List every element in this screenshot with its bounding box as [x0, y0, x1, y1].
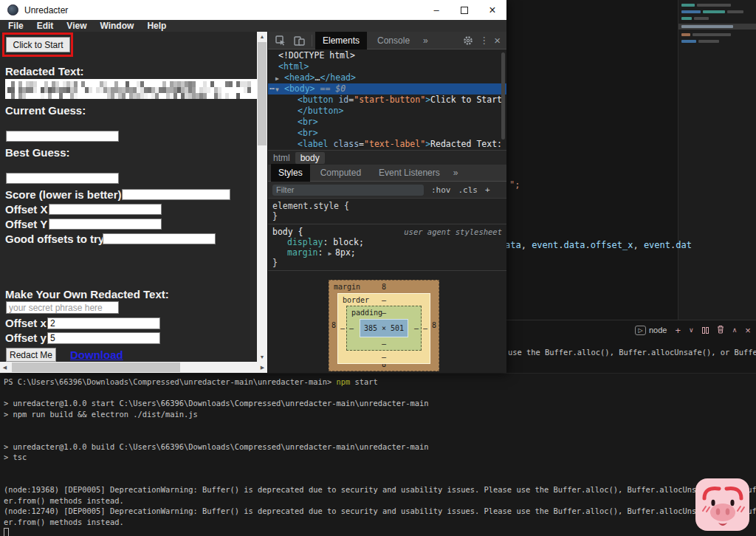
- new-style-rule-button[interactable]: +: [485, 185, 490, 195]
- panel-close-icon[interactable]: ×: [745, 326, 751, 335]
- body-style-rule[interactable]: body { user agent stylesheet display: bl…: [268, 224, 506, 271]
- class-toggle[interactable]: .cls: [458, 185, 478, 195]
- scroll-up-icon[interactable]: ▲: [257, 32, 267, 41]
- padding-top-value[interactable]: –: [347, 308, 421, 318]
- devtools-scrollbar[interactable]: [501, 52, 505, 140]
- title-bar[interactable]: Unredacter – ×: [0, 0, 506, 20]
- border-left-value[interactable]: –: [340, 323, 345, 334]
- pseudo-state-toggle[interactable]: :hov: [431, 185, 451, 195]
- download-link[interactable]: Download: [70, 348, 123, 361]
- horizontal-scrollbar[interactable]: ◀ ▶: [0, 362, 267, 373]
- more-menu-icon[interactable]: ⋮: [479, 35, 489, 46]
- menu-edit[interactable]: Edit: [30, 21, 61, 31]
- css-property[interactable]: margin: ▶ 8px;: [272, 247, 502, 258]
- menu-file[interactable]: File: [1, 21, 30, 31]
- good-offsets-input[interactable]: [103, 233, 216, 244]
- margin-right-value[interactable]: 8: [432, 320, 436, 331]
- menu-window[interactable]: Window: [93, 21, 140, 31]
- border-bottom-value[interactable]: –: [338, 352, 430, 363]
- box-model-content[interactable]: 385 × 501: [360, 319, 408, 337]
- expand-arrow-icon[interactable]: ▶: [275, 73, 279, 84]
- terminal-tab[interactable]: ▷ node: [635, 326, 667, 335]
- terminal-line: [4, 388, 756, 399]
- margin-left-value[interactable]: 8: [331, 320, 336, 331]
- own-offset-x-label: Offset x: [5, 317, 47, 329]
- border-right-value[interactable]: –: [423, 323, 427, 334]
- chevron-up-icon[interactable]: ∧: [732, 326, 738, 335]
- gear-icon[interactable]: [462, 35, 474, 47]
- close-brace: }: [272, 211, 278, 221]
- menu-help[interactable]: Help: [140, 21, 173, 31]
- breadcrumb-body[interactable]: body: [295, 152, 325, 164]
- terminal-output-partial: use the Buffer.alloc(), Buffer.allocUnsa…: [508, 348, 756, 357]
- dom-tree-node[interactable]: <!DOCTYPE html>: [268, 50, 506, 61]
- tab-styles[interactable]: Styles: [271, 164, 310, 182]
- current-guess-input[interactable]: [6, 131, 119, 142]
- screen: "; ata, event.data.offset_x, event.dat ▷…: [0, 0, 756, 536]
- styles-more-tabs-icon[interactable]: »: [453, 168, 458, 178]
- terminal-line: [4, 430, 756, 441]
- trash-icon[interactable]: [717, 325, 724, 335]
- padding-right-value[interactable]: –: [414, 323, 419, 334]
- element-style-rule[interactable]: element.style { }: [268, 199, 506, 224]
- offset-x-input[interactable]: [49, 204, 162, 215]
- horizontal-scrollbar-thumb[interactable]: [12, 363, 180, 372]
- start-button[interactable]: Click to Start: [6, 37, 70, 52]
- dom-tree-node[interactable]: <br>: [268, 117, 506, 128]
- scroll-left-icon[interactable]: ◀: [0, 362, 10, 373]
- devtools-toolbar-right: ⋮ ×: [462, 35, 506, 47]
- best-guess-label: Best Guess:: [5, 146, 70, 159]
- dom-tree-node[interactable]: <button id="start-button">Click to Start: [268, 95, 506, 106]
- box-model-padding[interactable]: padding – – – – 385 × 501: [346, 306, 422, 351]
- best-guess-input[interactable]: [6, 173, 119, 184]
- offset-y-input[interactable]: [49, 219, 162, 230]
- scroll-down-icon[interactable]: ▼: [257, 352, 267, 362]
- breadcrumb-html[interactable]: html: [268, 152, 295, 164]
- chevron-down-icon[interactable]: ∨: [689, 326, 694, 335]
- more-tabs-icon[interactable]: »: [423, 35, 428, 46]
- tab-console[interactable]: Console: [370, 32, 417, 49]
- dom-tree-node[interactable]: ⋯▼<body> == $0: [268, 83, 506, 95]
- terminal-line: (node:12740) [DEP0005] DeprecationWarnin…: [4, 506, 756, 517]
- node-terminal-icon: ▷: [635, 326, 646, 335]
- minimize-button[interactable]: –: [422, 0, 450, 20]
- dom-tree-node[interactable]: <br>: [268, 128, 506, 139]
- tab-elements[interactable]: Elements: [315, 32, 367, 49]
- menu-view[interactable]: View: [60, 21, 93, 31]
- box-model-margin[interactable]: margin 8 8 8 8 border – – – – padding –: [329, 280, 439, 371]
- redact-me-button[interactable]: Redact Me: [6, 348, 56, 362]
- dom-tree-node[interactable]: ▶<head>…</head>: [268, 72, 506, 83]
- own-offset-y-input[interactable]: [47, 332, 160, 344]
- vertical-scrollbar-thumb[interactable]: [258, 42, 267, 145]
- split-terminal-icon[interactable]: [702, 327, 709, 334]
- new-terminal-icon[interactable]: +: [675, 326, 681, 335]
- redacted-text-label: Redacted Text:: [5, 65, 83, 78]
- inspect-element-icon[interactable]: [275, 35, 286, 47]
- powershell-terminal[interactable]: PS C:\Users\66396\Downloads\Compressed\u…: [0, 373, 756, 536]
- box-model-border[interactable]: border – – – – padding – – – – 385 × 5: [337, 293, 430, 364]
- secret-phrase-input[interactable]: [6, 301, 119, 314]
- own-offset-x-input[interactable]: [47, 317, 160, 329]
- close-button[interactable]: ×: [478, 0, 506, 20]
- tab-event-listeners[interactable]: Event Listeners: [371, 164, 447, 182]
- menu-bar: FileEditViewWindowHelp: [0, 20, 506, 32]
- dom-tree-node[interactable]: <label class="text-label">Redacted Text:: [268, 139, 506, 150]
- styles-filter-input[interactable]: Filter: [272, 185, 424, 196]
- score-input[interactable]: [122, 189, 230, 200]
- padding-bottom-value[interactable]: –: [347, 339, 421, 349]
- vertical-scrollbar[interactable]: ▲ ▼: [257, 32, 267, 362]
- tab-computed[interactable]: Computed: [313, 164, 368, 182]
- expand-arrow-icon[interactable]: ▼: [275, 84, 279, 95]
- css-property[interactable]: display: block;: [272, 237, 502, 247]
- device-toolbar-icon[interactable]: [293, 35, 305, 47]
- devtools-close-icon[interactable]: ×: [494, 35, 501, 46]
- padding-left-value[interactable]: –: [349, 323, 354, 334]
- border-top-value[interactable]: –: [338, 295, 430, 306]
- scroll-right-icon[interactable]: ▶: [258, 362, 267, 373]
- terminal-line: (node:19368) [DEP0005] DeprecationWarnin…: [4, 484, 756, 495]
- dom-tree-node[interactable]: <html>: [268, 61, 506, 72]
- dom-tree-node[interactable]: </button>: [268, 106, 506, 117]
- maximize-button[interactable]: [450, 0, 478, 20]
- breadcrumb: htmlbody: [268, 150, 506, 165]
- margin-top-value[interactable]: 8: [329, 282, 439, 292]
